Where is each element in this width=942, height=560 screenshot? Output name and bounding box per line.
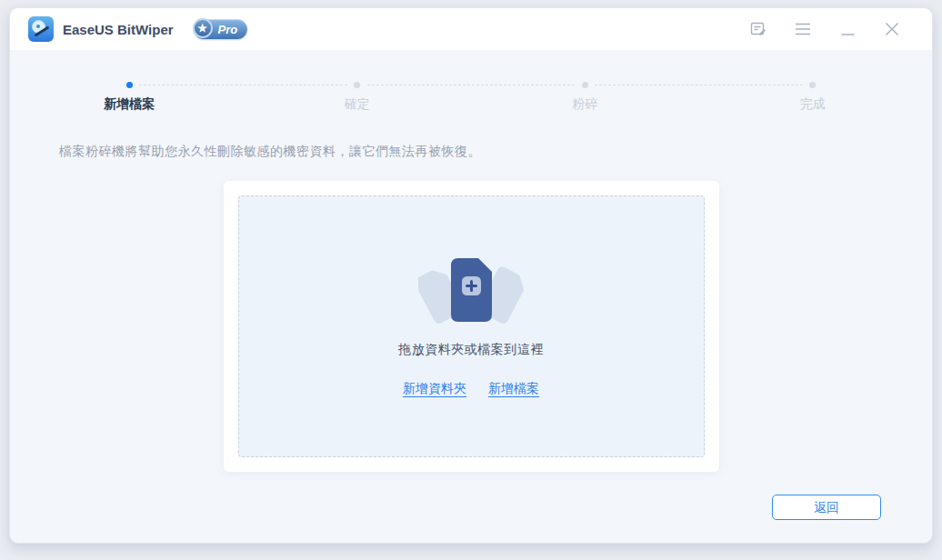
app-title: EaseUS BitWiper — [63, 22, 174, 37]
pro-badge-label: Pro — [218, 23, 238, 36]
step-confirm: 確定 — [244, 82, 472, 113]
pro-badge: ★ Pro — [194, 19, 248, 39]
dropzone-links: 新增資料夾 新增檔案 — [403, 381, 539, 397]
dropzone-hint: 拖放資料夾或檔案到這裡 — [398, 342, 544, 358]
star-icon: ★ — [193, 18, 213, 38]
step-dot — [582, 82, 588, 88]
step-label: 確定 — [345, 96, 370, 113]
add-files-icon — [418, 253, 524, 327]
step-add-files: 新增檔案 — [15, 82, 244, 113]
stepper: 新增檔案 確定 粉碎 完成 — [10, 50, 932, 113]
bitwiper-logo — [28, 16, 54, 42]
app-window: EaseUS BitWiper ★ Pro — [9, 7, 933, 544]
step-label: 新增檔案 — [104, 96, 155, 113]
titlebar-actions — [749, 20, 901, 38]
minimize-icon[interactable] — [838, 20, 857, 38]
step-dot — [809, 82, 816, 88]
menu-icon[interactable] — [794, 20, 812, 38]
step-dot — [126, 82, 133, 88]
step-label: 完成 — [800, 96, 826, 113]
step-label: 粉碎 — [572, 96, 597, 113]
step-done: 完成 — [699, 82, 927, 113]
step-dot — [354, 82, 360, 88]
close-icon[interactable] — [883, 20, 901, 38]
dropzone-card: 拖放資料夾或檔案到這裡 新增資料夾 新增檔案 — [224, 181, 719, 472]
page-description: 檔案粉碎機將幫助您永久性刪除敏感的機密資料，讓它們無法再被恢復。 — [59, 144, 932, 160]
titlebar: EaseUS BitWiper ★ Pro — [10, 8, 932, 50]
step-shred: 粉碎 — [471, 82, 699, 113]
add-folder-link[interactable]: 新增資料夾 — [403, 381, 466, 397]
back-button[interactable]: 返回 — [772, 495, 881, 520]
add-file-link[interactable]: 新增檔案 — [488, 381, 539, 397]
feedback-icon[interactable] — [749, 20, 767, 38]
file-drop-target[interactable]: 拖放資料夾或檔案到這裡 新增資料夾 新增檔案 — [238, 195, 705, 457]
